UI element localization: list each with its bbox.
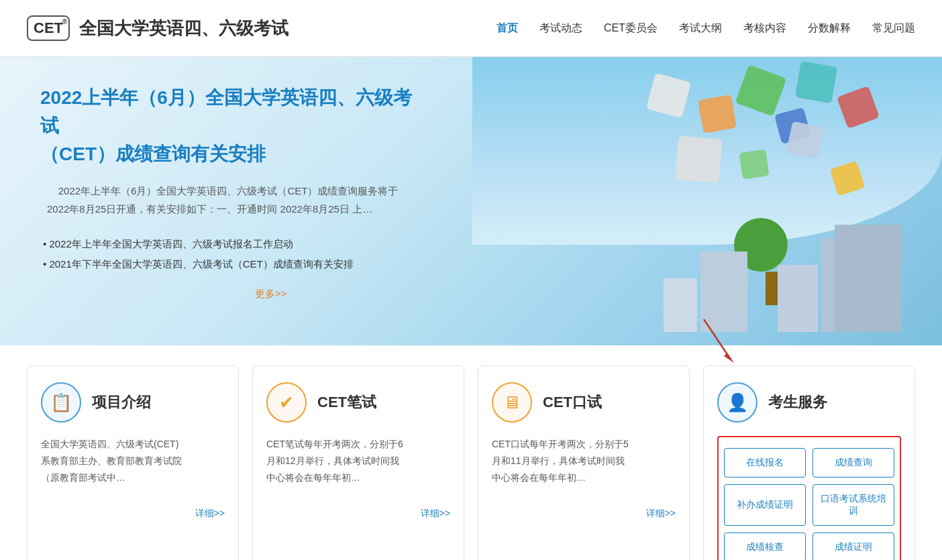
hero-news-list: 2022年上半年全国大学英语四、六级考试报名工作启动 2021年下半年全国大学英… [40, 234, 429, 274]
service-grid: 在线报名 成绩查询 补办成绩证明 口语考试系统培训 成绩核查 成绩证明 [724, 448, 894, 560]
news-item-2[interactable]: 2021年下半年全国大学英语四、六级考试（CET）成绩查询有关安排 [40, 254, 429, 274]
card-project-body: 全国大学英语四、六级考试(CET)系教育部主办、教育部教育考试院（原教育部考试中… [41, 436, 225, 496]
nav-item-content[interactable]: 考核内容 [743, 21, 786, 36]
card-written-title: CET笔试 [317, 392, 376, 412]
arrow-indicator [684, 319, 751, 376]
hero-banner: 2022上半年（6月）全国大学英语四、六级考试（CET）成绩查询有关安排 202… [0, 57, 942, 345]
hero-desc: 2022年上半年（6月）全国大学英语四、六级考试（CET）成绩查询服务将于 20… [40, 182, 429, 218]
btn-score-check[interactable]: 成绩核查 [724, 533, 806, 560]
card-oral-footer: 详细>> [492, 507, 676, 520]
building-2 [778, 265, 818, 332]
btn-oral-training[interactable]: 口语考试系统培训 [813, 484, 894, 526]
registered-mark: ® [62, 18, 67, 25]
oral-icon: 🖥 [492, 382, 532, 423]
cube-decoration-2 [698, 95, 737, 133]
nav-item-committee[interactable]: CET委员会 [604, 21, 658, 36]
card-oral-title: CET口试 [543, 392, 602, 412]
nav-item-syllabus[interactable]: 考试大纲 [679, 21, 722, 36]
nav-item-faq[interactable]: 常见问题 [872, 21, 915, 36]
service-icon: 👤 [717, 382, 757, 423]
cube-decoration-8 [739, 149, 769, 179]
cards-section: 📋 项目介绍 全国大学英语四、六级考试(CET)系教育部主办、教育部教育考试院（… [0, 345, 942, 560]
written-icon: ✔ [266, 382, 307, 423]
logo-area: CET ® 全国大学英语四、六级考试 [27, 15, 289, 41]
cet-logo: CET ® [27, 15, 70, 41]
card-project: 📋 项目介绍 全国大学英语四、六级考试(CET)系教育部主办、教育部教育考试院（… [27, 366, 239, 560]
card-written-footer: 详细>> [266, 507, 450, 520]
nav-item-news[interactable]: 考试动态 [539, 21, 582, 36]
written-detail-link[interactable]: 详细>> [421, 508, 450, 518]
card-oral-header: 🖥 CET口试 [492, 382, 676, 423]
btn-online-register[interactable]: 在线报名 [724, 448, 806, 478]
news-item-1[interactable]: 2022年上半年全国大学英语四、六级考试报名工作启动 [40, 234, 429, 254]
card-written: ✔ CET笔试 CET笔试每年开考两次，分别于6月和12月举行，具体考试时间我中… [252, 366, 464, 560]
hero-title: 2022上半年（6月）全国大学英语四、六级考试（CET）成绩查询有关安排 [40, 84, 429, 168]
card-project-footer: 详细>> [41, 507, 225, 520]
site-title: 全国大学英语四、六级考试 [79, 17, 289, 40]
nav-item-score[interactable]: 分数解释 [808, 21, 851, 36]
card-service-header: 👤 考生服务 [717, 382, 901, 423]
hero-content: 2022上半年（6月）全国大学英语四、六级考试（CET）成绩查询有关安排 202… [40, 84, 429, 300]
card-written-header: ✔ CET笔试 [266, 382, 450, 423]
oral-detail-link[interactable]: 详细>> [646, 508, 676, 518]
btn-reissue-cert[interactable]: 补办成绩证明 [724, 484, 806, 526]
card-service: 👤 考生服务 在线报名 成绩查询 补办成绩证明 口语考试系统培训 成绩核查 成绩… [703, 366, 915, 560]
more-link[interactable]: 更多>> [255, 288, 287, 300]
card-oral: 🖥 CET口试 CET口试每年开考两次，分别于5月和11月举行，具体考试时间我中… [478, 366, 690, 560]
project-detail-link[interactable]: 详细>> [195, 508, 225, 518]
cube-decoration-7 [675, 135, 722, 182]
btn-score-cert[interactable]: 成绩证明 [813, 533, 894, 560]
btn-score-query[interactable]: 成绩查询 [813, 448, 894, 478]
cube-decoration-9 [786, 121, 825, 160]
main-nav: 首页 考试动态 CET委员会 考试大纲 考核内容 分数解释 常见问题 [496, 21, 915, 36]
card-written-body: CET笔试每年开考两次，分别于6月和12月举行，具体考试时间我中心将会在每年年初… [266, 436, 450, 496]
service-buttons-highlight: 在线报名 成绩查询 补办成绩证明 口语考试系统培训 成绩核查 成绩证明 [717, 436, 901, 560]
logo-text: CET [34, 19, 63, 36]
project-icon: 📋 [41, 382, 81, 423]
site-header: CET ® 全国大学英语四、六级考试 首页 考试动态 CET委员会 考试大纲 考… [0, 0, 942, 57]
svg-marker-1 [724, 353, 734, 363]
card-project-header: 📋 项目介绍 [41, 382, 225, 423]
card-service-title: 考生服务 [768, 392, 827, 412]
card-oral-body: CET口试每年开考两次，分别于5月和11月举行，具体考试时间我中心将会在每年年初… [492, 436, 676, 496]
city-decoration [472, 198, 942, 332]
cube-decoration-5 [795, 61, 838, 104]
building-3 [835, 225, 902, 332]
nav-item-home[interactable]: 首页 [496, 21, 518, 36]
card-project-title: 项目介绍 [92, 392, 151, 412]
